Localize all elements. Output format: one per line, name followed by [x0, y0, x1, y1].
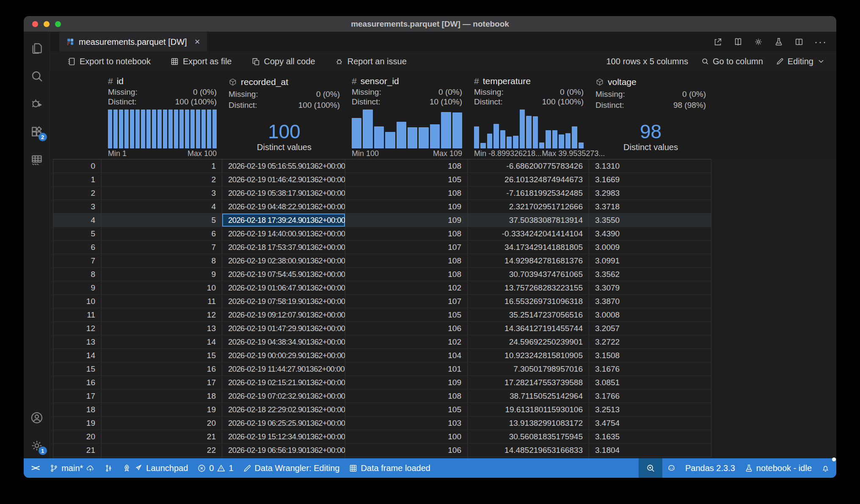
data-cell[interactable]: 2026-02-18 17:39:24.901362+00:00: [222, 214, 345, 227]
data-cell[interactable]: 3.3562: [589, 268, 711, 281]
row-index-cell[interactable]: 12: [53, 322, 102, 335]
column-header-id[interactable]: #idMissing:0 (0%)Distinct:100 (100%)Min …: [101, 71, 222, 159]
data-cell[interactable]: 3.0008: [589, 308, 711, 322]
data-cell[interactable]: 2026-02-19 02:15:21.901362+00:00: [222, 376, 345, 389]
data-cell[interactable]: 10: [102, 281, 222, 295]
data-cell[interactable]: 103: [345, 416, 468, 430]
data-cell[interactable]: -0.3334242041414104: [468, 227, 589, 241]
data-cell[interactable]: 2: [102, 173, 222, 186]
data-cell[interactable]: 3.2983: [589, 186, 711, 200]
data-frame-status-item[interactable]: Data frame loaded: [344, 458, 435, 478]
data-cell[interactable]: 2026-02-19 07:02:32.901362+00:00: [222, 389, 345, 403]
data-cell[interactable]: 4: [102, 200, 222, 214]
data-cell[interactable]: 11: [102, 295, 222, 308]
tab-close-icon[interactable]: ×: [195, 36, 200, 47]
data-cell[interactable]: 3.2057: [589, 322, 711, 335]
data-cell[interactable]: 16.553269731096318: [468, 295, 589, 308]
zoom-status-item[interactable]: [639, 458, 662, 478]
go-to-column-button[interactable]: Go to column: [701, 57, 763, 66]
zoom-window-button[interactable]: [55, 21, 61, 27]
data-cell[interactable]: 35.25147237056516: [468, 308, 589, 322]
data-cell[interactable]: 12: [102, 308, 222, 322]
data-cell[interactable]: 106: [345, 322, 468, 335]
data-cell[interactable]: 2.321702951712666: [468, 200, 589, 214]
column-header-sensor_id[interactable]: #sensor_idMissing:0 (0%)Distinct:10 (10%…: [345, 71, 467, 159]
data-cell[interactable]: 18: [102, 389, 222, 403]
data-cell[interactable]: 3.1676: [589, 362, 711, 376]
data-cell[interactable]: 2026-02-19 01:06:47.901362+00:00: [222, 281, 345, 295]
data-cell[interactable]: 5: [102, 214, 222, 227]
notifications-bell[interactable]: [816, 458, 835, 478]
data-cell[interactable]: 8: [102, 254, 222, 268]
data-cell[interactable]: 107: [345, 295, 468, 308]
remote-indicator[interactable]: ><: [25, 458, 45, 478]
copilot-item[interactable]: [662, 458, 681, 478]
data-cell[interactable]: 2026-02-19 07:58:19.901362+00:00: [222, 295, 345, 308]
beaker-icon[interactable]: [774, 37, 784, 47]
data-cell[interactable]: 2026-02-19 14:40:00.901362+00:00: [222, 227, 345, 241]
data-cell[interactable]: 3.1310: [589, 159, 711, 173]
row-index-cell[interactable]: 2: [53, 186, 102, 200]
data-cell[interactable]: 2026-02-19 06:56:19.901362+00:00: [222, 444, 345, 457]
git-branch-item[interactable]: main*: [45, 458, 99, 478]
data-cell[interactable]: 105: [345, 173, 468, 186]
data-cell[interactable]: 108: [345, 254, 468, 268]
data-cell[interactable]: 108: [345, 186, 468, 200]
row-index-cell[interactable]: 11: [53, 308, 102, 322]
data-cell[interactable]: 3.3718: [589, 200, 711, 214]
row-index-cell[interactable]: 4: [53, 214, 102, 227]
row-index-cell[interactable]: 15: [53, 362, 102, 376]
row-index-cell[interactable]: 0: [53, 159, 102, 173]
row-index-cell[interactable]: 9: [53, 281, 102, 295]
data-cell[interactable]: 107: [345, 241, 468, 254]
explorer-icon[interactable]: [28, 40, 45, 57]
minimize-window-button[interactable]: [44, 21, 50, 27]
source-control-graph-item[interactable]: [99, 458, 118, 478]
editing-mode-dropdown[interactable]: Editing: [776, 57, 825, 66]
search-icon[interactable]: [28, 68, 45, 85]
data-cell[interactable]: 3.0851: [589, 376, 711, 389]
tab-measurements-parquet[interactable]: measurements.parquet [DW] ×: [59, 32, 207, 52]
data-cell[interactable]: 2026-02-19 02:38:00.901362+00:00: [222, 254, 345, 268]
data-cell[interactable]: 9: [102, 268, 222, 281]
data-cell[interactable]: 34.173429141881805: [468, 241, 589, 254]
data-cell[interactable]: 17: [102, 376, 222, 389]
settings-gear-icon[interactable]: 1: [28, 437, 45, 454]
data-cell[interactable]: 19: [102, 403, 222, 416]
data-cell[interactable]: -7.161819925342485: [468, 186, 589, 200]
data-cell[interactable]: 105: [345, 308, 468, 322]
data-cell[interactable]: 101: [345, 362, 468, 376]
data-cell[interactable]: 2026-02-19 11:44:27.901362+00:00: [222, 362, 345, 376]
data-cell[interactable]: 2026-02-19 04:48:22.901362+00:00: [222, 200, 345, 214]
column-header-recorded_at[interactable]: recorded_atMissing:0 (0%)Distinct:100 (1…: [222, 71, 345, 159]
split-editor-icon[interactable]: [794, 37, 804, 47]
export-as-file-button[interactable]: Export as file: [170, 57, 232, 66]
data-cell[interactable]: 24.59692250239901: [468, 335, 589, 349]
data-cell[interactable]: 2026-02-19 09:12:07.901362+00:00: [222, 308, 345, 322]
row-index-cell[interactable]: 10: [53, 295, 102, 308]
data-cell[interactable]: 104: [345, 349, 468, 362]
data-cell[interactable]: 2026-02-18 17:53:37.901362+00:00: [222, 241, 345, 254]
data-cell[interactable]: 2026-02-19 00:00:29.901362+00:00: [222, 349, 345, 362]
data-cell[interactable]: 3.1766: [589, 389, 711, 403]
data-cell[interactable]: 13.91382991083172: [468, 416, 589, 430]
data-cell[interactable]: 3.3870: [589, 295, 711, 308]
data-cell[interactable]: 14.485219653166833: [468, 444, 589, 457]
data-cell[interactable]: 16: [102, 362, 222, 376]
close-window-button[interactable]: [32, 21, 38, 27]
data-cell[interactable]: 37.50383087813914: [468, 214, 589, 227]
column-header-voltage[interactable]: voltageMissing:0 (0%)Distinct:98 (98%)98…: [589, 71, 711, 159]
row-index-cell[interactable]: 8: [53, 268, 102, 281]
data-cell[interactable]: 7.30501798957016: [468, 362, 589, 376]
kernel-status-item[interactable]: notebook - idle: [740, 458, 816, 478]
data-cell[interactable]: 10.923242815810905: [468, 349, 589, 362]
data-cell[interactable]: 3.4754: [589, 416, 711, 430]
data-cell[interactable]: 3.0009: [589, 241, 711, 254]
data-cell[interactable]: 14.364127191455744: [468, 322, 589, 335]
row-index-cell[interactable]: 1: [53, 173, 102, 186]
row-index-cell[interactable]: 16: [53, 376, 102, 389]
data-cell[interactable]: 2026-02-19 01:47:29.901362+00:00: [222, 322, 345, 335]
data-cell[interactable]: 102: [345, 335, 468, 349]
data-cell[interactable]: 108: [345, 159, 468, 173]
data-cell[interactable]: 109: [345, 200, 468, 214]
